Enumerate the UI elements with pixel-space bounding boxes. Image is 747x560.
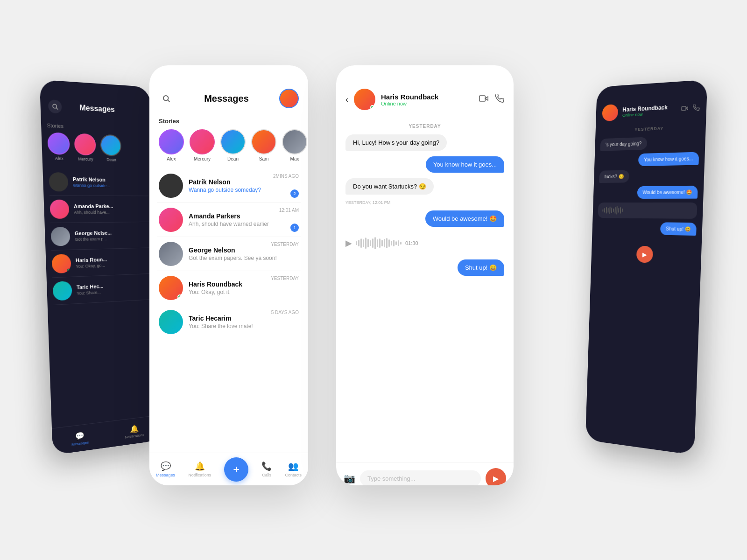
list-item[interactable]: Amanda Parkers Ahh, should have warned e… [157, 203, 301, 237]
message-bubble: Hi, Lucy! How's your day going? [345, 134, 447, 151]
list-item[interactable]: Haris Roun... You: Okay, go... [51, 248, 151, 278]
message-bubble: tucks? 😏 [599, 170, 629, 183]
badge: 2 [290, 189, 299, 198]
story-item[interactable]: Sam [251, 129, 276, 161]
chat-body: YESTERDAY Hi, Lucy! How's your day going… [336, 116, 514, 485]
video-call-button[interactable] [681, 105, 688, 113]
avatar [159, 174, 183, 198]
nav-contacts[interactable]: 👥 Contacts [285, 461, 302, 477]
nav-calls[interactable]: 📞 Calls [261, 461, 272, 477]
nav-messages[interactable]: 💬 Messages [156, 461, 175, 477]
svg-line-3 [168, 100, 169, 102]
messages-container: YESTERDAY Hi, Lucy! How's your day going… [336, 116, 514, 462]
badge: 1 [290, 224, 299, 232]
timestamp: YESTERDAY, 12:01 PM [345, 200, 390, 205]
nav-notifications[interactable]: 🔔 Notifications [125, 423, 144, 439]
stories-label: Stories [159, 118, 299, 125]
p1-stories-label: Stories [47, 122, 146, 132]
play-button[interactable]: ▶ [345, 238, 352, 248]
svg-marker-4 [485, 96, 488, 100]
p4-messages: 's your day going? You know how it goes.… [592, 131, 705, 240]
story-item[interactable]: Mercury [74, 133, 97, 161]
p1-bottom-nav: 💬 Messages 🔔 Notifications [52, 415, 162, 455]
p3-header: ‹ Haris Roundback Online now [336, 65, 514, 116]
audio-message[interactable]: ▶ [345, 232, 504, 254]
list-item[interactable]: Patrik Nelson Wanna go outside someday? … [157, 169, 301, 203]
avatar [159, 310, 183, 334]
story-item[interactable]: Dean [220, 129, 246, 161]
p2-contacts-list: Patrik Nelson Wanna go outside someday? … [149, 169, 308, 339]
phone-call-button[interactable] [693, 104, 700, 112]
message-input[interactable]: Type something... [360, 470, 481, 486]
message-bubble: You know how it goes... [638, 152, 699, 167]
input-area: 📷 Type something... ▶ [336, 462, 514, 485]
message-bubble: Would be awesome! 🤩 [425, 210, 504, 227]
search-button[interactable] [159, 91, 174, 106]
message-bubble: Shut up! 😄 [458, 259, 504, 276]
p2-bottom-nav: 💬 Messages 🔔 Notifications + 📞 Calls 👥 C… [149, 453, 308, 485]
compose-button[interactable]: + [224, 457, 248, 482]
p1-contacts: Patrik Nelson Wanna go outside... Amanda… [42, 164, 157, 309]
story-item[interactable]: Alex [47, 132, 70, 161]
p2-stories-section: Stories Alex Mercury Dean Sam [149, 114, 308, 165]
list-item[interactable]: Taric Hecarim You: Share the love mate! … [157, 305, 301, 339]
camera-icon[interactable]: 📷 [344, 473, 355, 484]
svg-rect-5 [479, 96, 486, 101]
p1-stories: Stories Alex Mercury Dean [41, 119, 153, 167]
day-label: YESTERDAY [345, 124, 504, 129]
avatar [159, 242, 183, 266]
message-bubble: 's your day going? [600, 137, 647, 151]
search-icon[interactable] [48, 99, 62, 113]
waveform [602, 206, 623, 215]
phone1-dark-left: Messages Stories Alex Mercury Dean [40, 80, 162, 455]
list-item[interactable]: Patrik Nelson Wanna go outside... [49, 168, 148, 196]
list-item[interactable]: George Nelse... Got the exam p... [50, 222, 150, 251]
avatar [159, 208, 183, 232]
svg-point-0 [53, 104, 57, 108]
list-item[interactable]: Taric Hec... You: Share... [52, 274, 152, 305]
story-item[interactable]: Mercury [190, 129, 215, 161]
svg-line-1 [56, 108, 58, 109]
phone-call-button[interactable] [495, 94, 504, 105]
svg-rect-7 [682, 106, 686, 110]
p1-title: Messages [79, 104, 115, 114]
message-bubble: Shut up! 😄 [660, 222, 697, 236]
contact-avatar [354, 89, 375, 110]
user-avatar[interactable] [279, 89, 299, 108]
message-bubble: Would be awesome! 🤩 [637, 186, 698, 199]
p2-page-title: Messages [204, 93, 249, 104]
waveform [356, 237, 402, 249]
p4-header: Haris Roundback Online now [596, 80, 707, 127]
contact-avatar [602, 104, 618, 121]
send-button[interactable]: ▶ [636, 246, 653, 263]
story-item[interactable]: Dean [100, 134, 122, 162]
nav-messages[interactable]: 💬 Messages [71, 430, 89, 447]
message-bubble: You know how it goes... [426, 156, 504, 173]
audio-message[interactable] [598, 203, 698, 219]
list-item[interactable]: George Nelson Got the exam papers. See y… [157, 237, 301, 271]
p2-header: Messages [149, 65, 308, 114]
list-item[interactable]: Amanda Parke... Ahh, should have... [49, 196, 149, 223]
phone2-messages-list: Messages Stories Alex Mercury Dean [149, 65, 308, 485]
scene: Messages Stories Alex Mercury Dean [47, 47, 700, 513]
back-button[interactable]: ‹ [345, 95, 348, 105]
video-call-button[interactable] [479, 94, 488, 105]
phone3-chat-view: ‹ Haris Roundback Online now [336, 65, 514, 485]
p1-header: Messages [40, 80, 151, 124]
message-bubble: Do you want Startucks? 😏 [345, 178, 434, 195]
story-item[interactable]: Max [282, 129, 307, 161]
send-button[interactable]: ▶ [486, 468, 506, 485]
list-item[interactable]: Haris Roundback You: Okay, got it. YESTE… [157, 271, 301, 305]
phone4-dark-right: Haris Roundback Online now YESTERDAY 's … [585, 80, 708, 455]
story-item[interactable]: Alex [159, 129, 184, 161]
nav-notifications[interactable]: 🔔 Notifications [188, 461, 211, 477]
svg-point-2 [163, 96, 169, 101]
avatar [159, 276, 183, 300]
